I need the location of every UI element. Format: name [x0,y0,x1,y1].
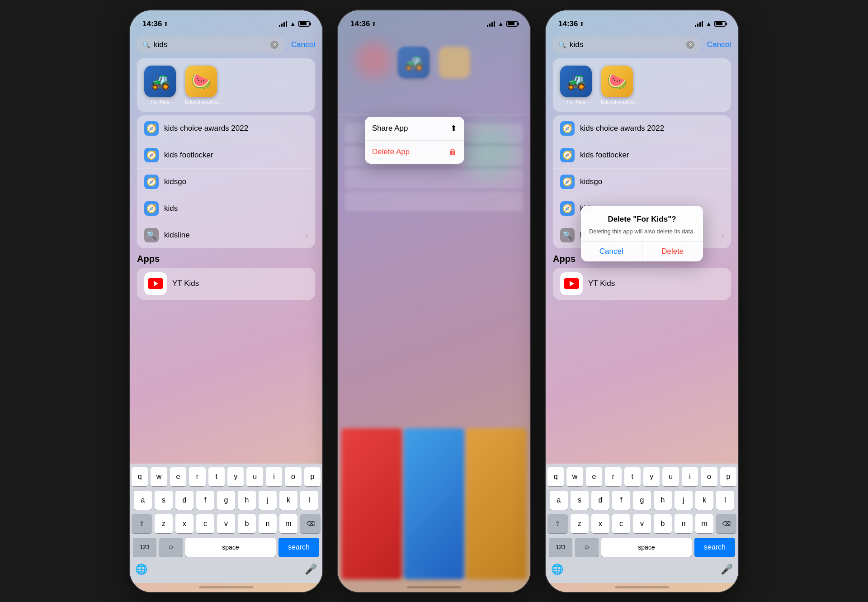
key-s-3[interactable]: s [571,491,589,510]
key-emoji-1[interactable]: ☺ [159,538,183,557]
key-z-3[interactable]: z [571,514,589,533]
key-r-3[interactable]: r [605,467,621,486]
key-a-1[interactable]: a [134,491,152,510]
key-emoji-3[interactable]: ☺ [575,538,599,557]
key-f-1[interactable]: f [196,491,214,510]
key-i-1[interactable]: i [266,467,282,486]
key-n-3[interactable]: n [675,514,693,533]
key-g-1[interactable]: g [217,491,235,510]
key-d-1[interactable]: d [175,491,193,510]
globe-icon-1[interactable]: 🌐 [135,564,147,575]
key-v-1[interactable]: v [217,514,235,533]
key-a-3[interactable]: a [550,491,568,510]
keyboard-row1-3: q w e r t y u i o p [547,467,736,486]
globe-icon-3[interactable]: 🌐 [551,564,563,575]
key-z-1[interactable]: z [155,514,173,533]
dialog-cancel-button-3[interactable]: Cancel [581,242,642,261]
key-search-3[interactable]: search [694,538,735,557]
suggestion-kids-choice-3[interactable]: 🧭 kids choice awards 2022 [553,115,731,142]
key-h-3[interactable]: h [654,491,672,510]
key-p-3[interactable]: p [720,467,736,486]
key-q-1[interactable]: q [132,467,148,486]
key-w-3[interactable]: w [566,467,583,486]
key-o-1[interactable]: o [285,467,301,486]
suggestion-kidsgo-1[interactable]: 🧭 kidsgo [137,169,315,195]
key-v-3[interactable]: v [633,514,651,533]
key-q-3[interactable]: q [547,467,564,486]
key-j-3[interactable]: j [675,491,693,510]
key-k-3[interactable]: k [695,491,713,510]
key-shift-1[interactable]: ⇧ [132,514,152,533]
app-icon-educational-1[interactable]: 🍉 EducationalGa... [185,66,217,104]
key-123-3[interactable]: 123 [549,538,572,557]
key-b-1[interactable]: b [238,514,256,533]
key-l-3[interactable]: l [716,491,734,510]
key-e-3[interactable]: e [586,467,602,486]
key-c-1[interactable]: c [196,514,214,533]
key-delete-3[interactable]: ⌫ [716,514,736,533]
search-cancel-button-1[interactable]: Cancel [288,40,315,49]
search-icon-3e: 🔍 [560,228,575,242]
delete-app-menu-item[interactable]: Delete App 🗑 [365,141,464,164]
key-u-1[interactable]: u [246,467,263,486]
key-delete-1[interactable]: ⌫ [300,514,321,533]
key-search-1[interactable]: search [278,538,319,557]
key-n-1[interactable]: n [259,514,277,533]
search-clear-button-3[interactable]: ✕ [686,41,694,49]
app-icon-for-kids-1[interactable]: 🚜 For Kids [144,66,176,104]
key-j-1[interactable]: j [259,491,277,510]
apps-list-1: YT Kids [137,268,315,300]
search-input-3[interactable]: kids [570,40,683,49]
key-t-3[interactable]: t [624,467,641,486]
key-e-1[interactable]: e [170,467,186,486]
key-y-3[interactable]: y [643,467,660,486]
key-o-3[interactable]: o [701,467,717,486]
suggestion-kids-footlocker-1[interactable]: 🧭 kids footlocker [137,142,315,169]
key-w-1[interactable]: w [151,467,167,486]
key-l-1[interactable]: l [300,491,318,510]
key-m-1[interactable]: m [279,514,297,533]
app-icon-for-kids-3[interactable]: 🚜 For Kids [560,66,592,104]
key-h-1[interactable]: h [238,491,256,510]
yt-kids-item-3[interactable]: YT Kids [553,268,731,300]
key-x-3[interactable]: x [591,514,609,533]
search-bar-container-1: 🔍 kids ✕ Cancel [130,33,322,57]
key-i-3[interactable]: i [682,467,698,486]
key-u-3[interactable]: u [662,467,679,486]
suggestion-kidsgo-3[interactable]: 🧭 kidsgo [553,169,731,195]
safari-icon-1a: 🧭 [144,121,159,136]
key-k-1[interactable]: k [279,491,297,510]
key-space-1[interactable]: space [185,538,276,557]
search-cancel-button-3[interactable]: Cancel [703,40,731,49]
search-input-1[interactable]: kids [154,40,267,49]
suggestion-kids-1[interactable]: 🧭 kids [137,195,315,222]
dialog-delete-button-3[interactable]: Delete [642,242,703,261]
suggestion-kidsline-1[interactable]: 🔍 kidsline › [137,222,315,248]
search-bar-1[interactable]: 🔍 kids ✕ [137,37,284,53]
search-clear-button-1[interactable]: ✕ [270,41,278,49]
suggestion-kids-footlocker-3[interactable]: 🧭 kids footlocker [553,142,731,169]
key-m-3[interactable]: m [695,514,713,533]
key-g-3[interactable]: g [633,491,651,510]
search-bar-3[interactable]: 🔍 kids ✕ [553,37,700,53]
suggestion-kids-choice-1[interactable]: 🧭 kids choice awards 2022 [137,115,315,142]
key-shift-3[interactable]: ⇧ [547,514,568,533]
share-app-menu-item[interactable]: Share App ⬆ [365,117,464,141]
key-r-1[interactable]: r [189,467,205,486]
app-icon-educational-3[interactable]: 🍉 EducationalGa... [601,66,633,104]
key-space-3[interactable]: space [601,538,692,557]
key-d-3[interactable]: d [591,491,609,510]
yt-kids-item-1[interactable]: YT Kids [137,268,315,300]
mic-icon-1[interactable]: 🎤 [305,564,317,575]
key-f-3[interactable]: f [612,491,630,510]
key-123-1[interactable]: 123 [133,538,156,557]
key-y-1[interactable]: y [227,467,244,486]
key-s-1[interactable]: s [155,491,173,510]
key-c-3[interactable]: c [612,514,630,533]
key-b-3[interactable]: b [654,514,672,533]
mic-icon-3[interactable]: 🎤 [721,564,733,575]
key-x-1[interactable]: x [175,514,193,533]
keyboard-row2-1: a s d f g h j k l [132,491,321,510]
key-t-1[interactable]: t [208,467,225,486]
key-p-1[interactable]: p [304,467,321,486]
